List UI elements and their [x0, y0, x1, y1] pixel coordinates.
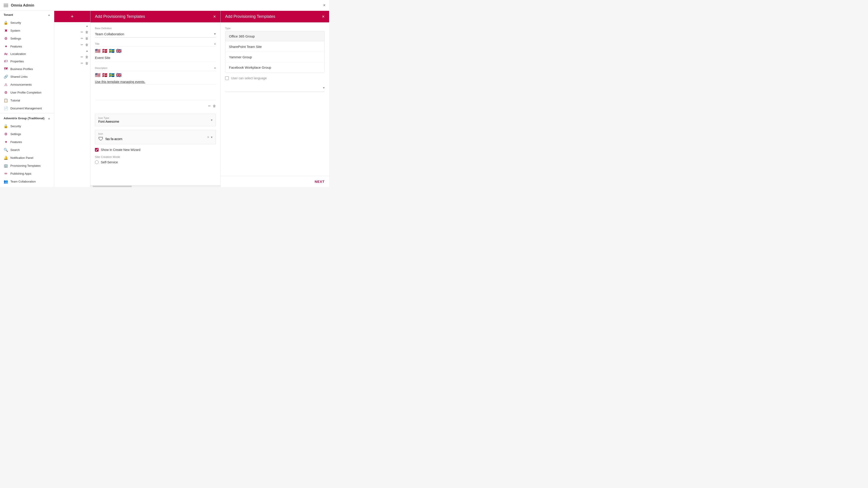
edit-button-2[interactable]: ✏: [81, 37, 84, 40]
sidebar-item-tutorial[interactable]: 📋 Tutorial: [0, 96, 54, 104]
edit-button-4[interactable]: ✏: [81, 55, 84, 59]
list-group-header-1[interactable]: ▲: [54, 23, 90, 29]
flag-us-desc[interactable]: 🇺🇸: [95, 72, 101, 78]
flag-us[interactable]: 🇺🇸: [95, 48, 101, 54]
sidebar-item-label: System: [10, 29, 51, 32]
tenant-section-label: Tenant: [4, 13, 13, 17]
sidebar-item-settings2[interactable]: ⚙ Settings: [0, 130, 54, 138]
tenant-section-header[interactable]: Tenant ▲: [0, 11, 54, 19]
icon-type-field[interactable]: Icon Type Font Awesome ▾: [95, 113, 216, 126]
form-scrollbar[interactable]: [90, 185, 220, 187]
publishing-icon: ✏: [4, 171, 8, 176]
list-panel: + ▲ ✏ 🗑 ✏ 🗑 ✏ 🗑 ▲ ✏ 🗑: [54, 11, 90, 187]
list-row-2: ✏ 🗑: [54, 35, 90, 41]
icon-clear-button[interactable]: ×: [207, 135, 209, 139]
delete-button-2[interactable]: 🗑: [85, 37, 88, 40]
right-panel: Add Provisioning Templates × Type Office…: [221, 11, 329, 187]
topbar: Omnia Admin ×: [0, 0, 329, 11]
icon-chevron-icon[interactable]: ▾: [211, 135, 213, 139]
edit-button-3[interactable]: ✏: [81, 43, 84, 46]
sidebar-item-settings[interactable]: ⚙ Settings: [0, 35, 54, 42]
base-definition-value: Team Collaboration: [95, 32, 124, 36]
title-list-icon[interactable]: ≡: [214, 42, 216, 46]
business-profiles-icon: 🗺: [4, 67, 8, 71]
title-field-row: Title ≡: [95, 42, 216, 47]
sidebar-item-properties[interactable]: 🏷 Properties: [0, 57, 54, 65]
flag-se-desc[interactable]: 🇸🇪: [109, 72, 115, 78]
flag-se[interactable]: 🇸🇪: [109, 48, 115, 54]
sidebar-item-security[interactable]: 🔒 Security: [0, 19, 54, 27]
add-button[interactable]: +: [54, 11, 90, 22]
sidebar-item-notification-panel[interactable]: 🔔 Notification Panel: [0, 154, 54, 162]
sidebar-item-localization[interactable]: Az Localization: [0, 51, 54, 57]
shared-links-icon: 🔗: [4, 74, 8, 79]
self-service-label: Self-Service: [101, 160, 118, 164]
next-button[interactable]: NEXT: [315, 180, 324, 184]
desc-template: template: [107, 80, 119, 84]
type-option-facebook[interactable]: Facebook Workplace Group: [225, 62, 324, 72]
sidebar-item-security2[interactable]: 🔒 Security: [0, 122, 54, 130]
description-delete-button[interactable]: 🗑: [213, 104, 216, 108]
self-service-radio[interactable]: [95, 160, 98, 164]
show-wizard-checkbox[interactable]: [95, 148, 98, 152]
desc-use: Use: [95, 80, 101, 84]
features-icon-2: ✦: [4, 140, 8, 144]
sidebar-item-search[interactable]: 🔍 Search: [0, 146, 54, 154]
sidebar-item-announcements[interactable]: ⚠ Announcements: [0, 80, 54, 89]
flag-dk[interactable]: 🇩🇰: [102, 48, 107, 54]
sidebar-item-team-collaboration[interactable]: 👥 Team Collaboration: [0, 177, 54, 186]
flag-gb[interactable]: 🇬🇧: [116, 48, 122, 54]
sidebar-item-publishing-apps[interactable]: ✏ Publishing Apps: [0, 170, 54, 177]
sidebar-item-document-management[interactable]: 📄 Document Management: [0, 104, 54, 112]
adventrix-section-label: Adventrix Group (Traditional): [4, 117, 44, 120]
type-option-office365-label: Office 365 Group: [229, 34, 255, 38]
type-option-office365[interactable]: Office 365 Group: [225, 31, 324, 41]
type-dropdown-box: Office 365 Group SharePoint Team Site Ya…: [225, 31, 324, 73]
edit-button-5[interactable]: ✏: [81, 61, 84, 65]
description-edit-button[interactable]: ✏: [208, 104, 211, 108]
sidebar-item-features2[interactable]: ✦ Features: [0, 138, 54, 146]
delete-button-5[interactable]: 🗑: [85, 61, 88, 65]
sidebar-item-label: Search: [10, 148, 51, 152]
group-chevron-icon: ▲: [86, 24, 88, 28]
sidebar-item-system[interactable]: ✖ System: [0, 27, 54, 35]
flag-dk-desc[interactable]: 🇩🇰: [102, 72, 107, 78]
add-icon: +: [71, 13, 74, 20]
adventrix-section-header[interactable]: Adventrix Group (Traditional) ▲: [0, 114, 54, 122]
flag-gb-desc[interactable]: 🇬🇧: [116, 72, 122, 78]
hamburger-menu[interactable]: [4, 4, 8, 7]
icon-field[interactable]: Icon 🛡 fas fa-acorn × ▾: [95, 130, 216, 144]
sidebar-item-shared-links[interactable]: 🔗 Shared Links: [0, 73, 54, 80]
sidebar-item-features[interactable]: ✦ Features: [0, 42, 54, 51]
user-lang-checkbox[interactable]: [225, 76, 229, 80]
sidebar-item-user-profile-completion[interactable]: ⚙ User Profile Completion: [0, 89, 54, 96]
show-wizard-label: Show in Create New Wizard: [101, 148, 141, 152]
topbar-close-button[interactable]: ×: [323, 3, 326, 8]
desc-managing: managing: [120, 80, 134, 84]
right-panel-close-button[interactable]: ×: [322, 14, 324, 19]
base-definition-chevron-icon: ▾: [214, 32, 216, 36]
description-list-icon[interactable]: ≡: [214, 66, 216, 70]
site-creation-label: Site Creation Mode: [95, 155, 216, 159]
base-definition-dropdown[interactable]: Team Collaboration ▾: [95, 31, 216, 37]
form-panel-close-button[interactable]: ×: [213, 14, 216, 19]
description-field-row: Description ≡: [95, 66, 216, 71]
tenant-chevron-icon[interactable]: ▲: [48, 13, 51, 17]
additional-dropdown-chevron-icon: ▾: [323, 86, 324, 90]
list-group-header-2[interactable]: ▲: [54, 48, 90, 54]
form-scrollbar-thumb: [93, 186, 132, 187]
sidebar-item-business-profiles[interactable]: 🗺 Business Profiles: [0, 65, 54, 73]
team-icon: 👥: [4, 180, 8, 184]
type-option-sharepoint[interactable]: SharePoint Team Site: [225, 41, 324, 52]
additional-dropdown[interactable]: ▾: [225, 84, 324, 92]
delete-button-4[interactable]: 🗑: [85, 55, 88, 59]
type-option-yammer[interactable]: Yammer Group: [225, 52, 324, 62]
settings-icon: ⚙: [4, 36, 8, 41]
adventrix-chevron-icon[interactable]: ▲: [48, 117, 51, 120]
edit-button-1[interactable]: ✏: [81, 30, 84, 34]
delete-button-3[interactable]: 🗑: [85, 43, 88, 46]
lock-icon: 🔒: [4, 21, 8, 25]
sidebar-item-provisioning-templates[interactable]: 🏢 Provisioning Templates: [0, 162, 54, 170]
delete-button-1[interactable]: 🗑: [85, 30, 88, 34]
lock-icon-2: 🔒: [4, 124, 8, 128]
